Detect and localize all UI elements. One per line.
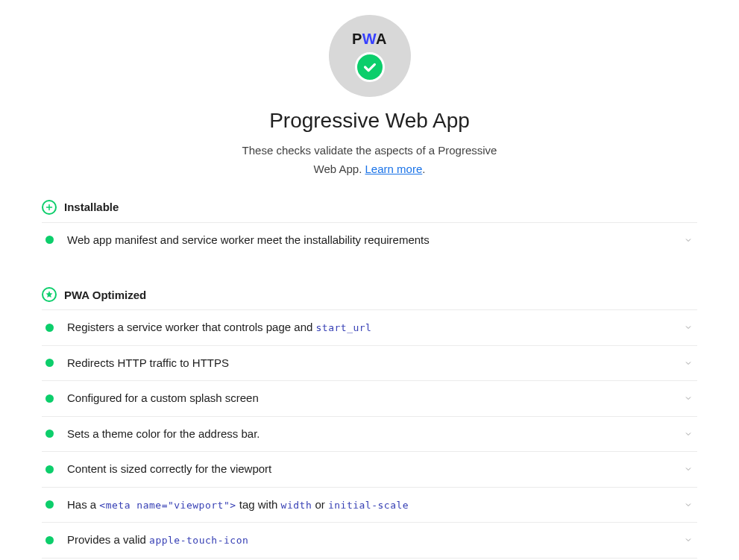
audit-row[interactable]: Sets a theme color for the address bar.	[42, 416, 697, 452]
code-snippet: <meta name="viewport">	[99, 500, 236, 511]
chevron-down-icon	[682, 499, 694, 511]
audit-label: Has a <meta name="viewport"> tag with wi…	[67, 497, 682, 514]
chevron-down-icon	[682, 321, 694, 333]
audit-row[interactable]: Configured for a custom splash screen	[42, 380, 697, 416]
chevron-down-icon	[682, 534, 694, 546]
audit-label: Configured for a custom splash screen	[67, 390, 682, 407]
code-snippet: start_url	[316, 322, 372, 333]
section-title: PWA Optimized	[64, 289, 146, 301]
pass-dot-icon	[45, 324, 54, 332]
pwa-badge: PWA	[329, 15, 411, 97]
code-snippet: width	[281, 500, 312, 511]
audit-label: Provides a valid apple-touch-icon	[67, 532, 682, 549]
page-title: Progressive Web App	[269, 109, 470, 133]
chevron-down-icon	[682, 234, 694, 246]
pass-dot-icon	[45, 359, 54, 367]
pass-dot-icon	[45, 236, 54, 244]
chevron-down-icon	[682, 392, 694, 404]
pass-dot-icon	[45, 500, 54, 509]
audit-row[interactable]: Registers a service worker that controls…	[42, 309, 697, 345]
pass-check-icon	[355, 52, 385, 82]
audit-row[interactable]: Content is sized correctly for the viewp…	[42, 451, 697, 487]
learn-more-link[interactable]: Learn more	[365, 163, 423, 175]
chevron-down-icon	[682, 428, 694, 440]
code-snippet: apple-touch-icon	[149, 535, 248, 546]
plus-circle-icon	[42, 200, 57, 215]
page-subtitle: These checks validate the aspects of a P…	[232, 142, 508, 179]
audit-label: Redirects HTTP traffic to HTTPS	[67, 355, 682, 372]
pass-dot-icon	[45, 536, 54, 544]
audit-label: Sets a theme color for the address bar.	[67, 426, 682, 443]
audit-row[interactable]: Has a <meta name="viewport"> tag with wi…	[42, 487, 697, 523]
pass-dot-icon	[45, 394, 54, 403]
audit-label: Registers a service worker that controls…	[67, 319, 682, 336]
pass-dot-icon	[45, 430, 54, 438]
chevron-down-icon	[682, 463, 694, 475]
pwa-header: PWA Progressive Web App These checks val…	[42, 15, 697, 179]
pass-dot-icon	[45, 465, 54, 474]
pwa-logo-text: PWA	[352, 31, 387, 48]
section-header-installable: Installable	[42, 200, 697, 222]
section-pwa-optimized: PWA Optimized Registers a service worker…	[42, 287, 697, 560]
audit-row[interactable]: Redirects HTTP traffic to HTTPS	[42, 345, 697, 381]
star-circle-icon	[42, 287, 57, 302]
audit-label: Web app manifest and service worker meet…	[67, 232, 682, 249]
section-title: Installable	[64, 201, 119, 213]
code-snippet: initial-scale	[328, 500, 409, 511]
audit-row[interactable]: Provides a valid apple-touch-icon	[42, 522, 697, 558]
audit-row[interactable]: Web app manifest and service worker meet…	[42, 222, 697, 258]
chevron-down-icon	[682, 357, 694, 369]
audit-row[interactable]: Manifest has a maskable icon	[42, 558, 697, 561]
audit-label: Content is sized correctly for the viewp…	[67, 461, 682, 478]
section-header-optimized: PWA Optimized	[42, 287, 697, 309]
section-installable: Installable Web app manifest and service…	[42, 200, 697, 258]
